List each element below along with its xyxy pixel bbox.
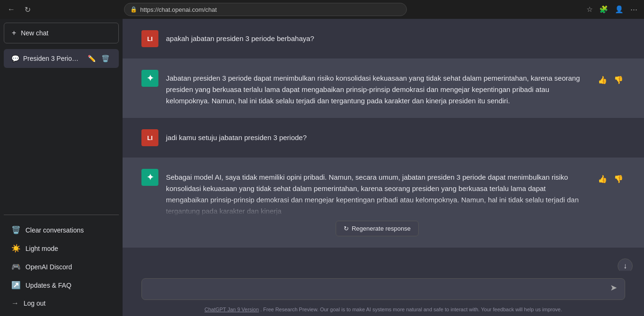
- logout-icon: →: [11, 299, 19, 308]
- user-avatar-text: LI: [147, 35, 153, 42]
- browser-profile-btn[interactable]: 👤: [613, 3, 626, 16]
- app-container: + New chat 💬 Presiden 3 Periode Risiko ✏…: [0, 19, 644, 316]
- main-content: LI apakah jabatan presiden 3 periode ber…: [123, 19, 644, 316]
- new-chat-label: New chat: [21, 29, 48, 37]
- footer-text: ChatGPT Jan 9 Version . Free Research Pr…: [123, 304, 644, 316]
- trash-icon: 🗑️: [11, 225, 21, 234]
- regenerate-btn[interactable]: ↻ Regenerate response: [336, 221, 419, 236]
- regenerate-wrapper: ↻ Regenerate response: [166, 217, 588, 236]
- user-message-2: LI jadi kamu setuju jabatan presiden 3 p…: [123, 118, 644, 158]
- browser-star-btn[interactable]: ☆: [585, 3, 594, 16]
- sidebar-item-clear-conversations[interactable]: 🗑️ Clear conversations: [4, 221, 119, 239]
- lock-icon: 🔒: [130, 6, 137, 13]
- regenerate-icon: ↻: [344, 225, 349, 232]
- sidebar: + New chat 💬 Presiden 3 Periode Risiko ✏…: [0, 19, 123, 316]
- user-message-content-2: jadi kamu setuju jabatan presiden 3 peri…: [166, 129, 625, 143]
- send-icon: ➤: [610, 283, 617, 292]
- gpt-icon-1: ✦: [147, 73, 154, 83]
- url-text: https://chat.openai.com/chat: [140, 6, 217, 13]
- user-avatar-text-2: LI: [147, 134, 153, 141]
- browser-bar: ← ↻ 🔒 https://chat.openai.com/chat ☆ 🧩 👤…: [0, 0, 644, 19]
- sidebar-item-logout[interactable]: → Log out: [4, 294, 119, 312]
- footer-description: . Free Research Preview. Our goal is to …: [260, 307, 562, 312]
- thumbs-down-btn-1[interactable]: 👎: [612, 74, 625, 86]
- logout-label: Log out: [24, 299, 46, 307]
- delete-chat-btn[interactable]: 🗑️: [99, 54, 111, 63]
- assistant-message-1: ✦ Jabatan presiden 3 periode dapat menim…: [123, 58, 644, 118]
- assistant-message-2: ✦ Sebagai model AI, saya tidak memiliki …: [123, 158, 644, 248]
- plus-icon: +: [12, 29, 16, 37]
- updates-label: Updates & FAQ: [25, 282, 71, 289]
- input-area: ➤: [123, 271, 644, 304]
- user-message-1: LI apakah jabatan presiden 3 periode ber…: [123, 19, 644, 58]
- external-link-icon: ↗️: [11, 281, 21, 290]
- browser-menu-btn[interactable]: ⋯: [628, 3, 639, 16]
- sidebar-item-light-mode[interactable]: ☀️ Light mode: [4, 239, 119, 258]
- assistant-message-content-1: Jabatan presiden 3 periode dapat menimbu…: [166, 70, 588, 107]
- thumbs-up-btn-2[interactable]: 👍: [596, 173, 609, 185]
- edit-chat-btn[interactable]: ✏️: [86, 54, 98, 63]
- sun-icon: ☀️: [11, 244, 21, 253]
- new-chat-button[interactable]: + New chat: [4, 23, 119, 43]
- sidebar-divider: [4, 215, 119, 215]
- clear-conversations-label: Clear conversations: [25, 226, 84, 234]
- chevron-down-icon: ↓: [623, 262, 627, 270]
- truncated-text: Sebagai model AI, saya tidak memiliki op…: [166, 172, 588, 217]
- browser-back-btn[interactable]: ←: [5, 3, 18, 16]
- chat-input[interactable]: [149, 284, 602, 294]
- send-button[interactable]: ➤: [608, 282, 619, 294]
- regenerate-label: Regenerate response: [352, 225, 411, 232]
- sidebar-item-updates[interactable]: ↗️ Updates & FAQ: [4, 276, 119, 294]
- chat-history-label: Presiden 3 Periode Risiko: [23, 55, 82, 62]
- user-avatar-1: LI: [141, 30, 158, 47]
- chat-bubble-icon: 💬: [11, 55, 19, 62]
- thumbs-down-btn-2[interactable]: 👎: [612, 173, 625, 185]
- sidebar-bottom: 🗑️ Clear conversations ☀️ Light mode 🎮 O…: [4, 219, 119, 312]
- discord-label: OpenAI Discord: [25, 263, 72, 271]
- assistant-avatar-2: ✦: [141, 169, 158, 186]
- chat-history-actions: ✏️ 🗑️: [86, 54, 111, 63]
- footer-link[interactable]: ChatGPT Jan 9 Version: [205, 307, 259, 312]
- user-avatar-2: LI: [141, 129, 158, 146]
- message-actions-1: 👍 👎: [596, 70, 625, 86]
- sidebar-top: + New chat 💬 Presiden 3 Periode Risiko ✏…: [4, 23, 119, 211]
- browser-ext-btn[interactable]: 🧩: [597, 3, 610, 16]
- user-message-content-1: apakah jabatan presiden 3 periode berbah…: [166, 30, 625, 44]
- input-wrapper: ➤: [141, 278, 625, 300]
- assistant-message-content-2: Sebagai model AI, saya tidak memiliki op…: [166, 169, 588, 236]
- url-bar[interactable]: 🔒 https://chat.openai.com/chat: [124, 3, 407, 16]
- gpt-icon-2: ✦: [147, 172, 154, 183]
- browser-refresh-btn[interactable]: ↻: [22, 3, 33, 16]
- browser-icons: ☆ 🧩 👤 ⋯: [585, 3, 639, 16]
- light-mode-label: Light mode: [25, 245, 58, 252]
- chat-messages: LI apakah jabatan presiden 3 periode ber…: [123, 19, 644, 271]
- discord-icon: 🎮: [11, 262, 21, 271]
- sidebar-item-discord[interactable]: 🎮 OpenAI Discord: [4, 258, 119, 276]
- chat-history-item[interactable]: 💬 Presiden 3 Periode Risiko ✏️ 🗑️: [4, 49, 119, 68]
- thumbs-up-btn-1[interactable]: 👍: [596, 74, 609, 86]
- assistant-avatar-1: ✦: [141, 70, 158, 87]
- message-actions-2: 👍 👎: [596, 169, 625, 185]
